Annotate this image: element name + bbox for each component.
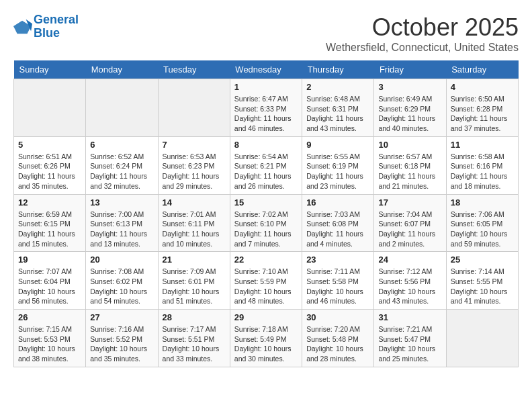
calendar-cell: 14Sunrise: 7:01 AM Sunset: 6:11 PM Dayli…: [158, 194, 230, 252]
day-number: 17: [378, 197, 441, 208]
day-number: 12: [18, 197, 81, 208]
day-number: 9: [306, 140, 369, 150]
weekday-header-thursday: Thursday: [302, 60, 374, 79]
day-number: 24: [378, 255, 441, 265]
calendar-cell: 9Sunrise: 6:55 AM Sunset: 6:19 PM Daylig…: [302, 136, 374, 194]
day-info: Sunrise: 7:06 AM Sunset: 6:05 PM Dayligh…: [451, 210, 514, 249]
day-info: Sunrise: 7:10 AM Sunset: 5:59 PM Dayligh…: [234, 267, 298, 306]
day-number: 31: [378, 312, 441, 322]
day-number: 16: [306, 197, 369, 208]
weekday-header-wednesday: Wednesday: [230, 60, 302, 79]
day-info: Sunrise: 7:20 AM Sunset: 5:48 PM Dayligh…: [306, 324, 369, 364]
day-number: 6: [90, 140, 153, 150]
day-info: Sunrise: 7:16 AM Sunset: 5:52 PM Dayligh…: [90, 324, 153, 364]
day-info: Sunrise: 7:01 AM Sunset: 6:11 PM Dayligh…: [163, 210, 226, 249]
day-info: Sunrise: 7:00 AM Sunset: 6:13 PM Dayligh…: [90, 210, 153, 249]
day-number: 2: [306, 82, 369, 92]
day-info: Sunrise: 6:54 AM Sunset: 6:21 PM Dayligh…: [234, 152, 298, 191]
calendar-cell: [14, 79, 86, 137]
day-number: 22: [234, 255, 298, 265]
day-info: Sunrise: 6:59 AM Sunset: 6:15 PM Dayligh…: [18, 210, 81, 249]
day-number: 7: [163, 140, 226, 150]
day-number: 13: [90, 197, 153, 208]
calendar-cell: 7Sunrise: 6:53 AM Sunset: 6:23 PM Daylig…: [158, 136, 230, 194]
calendar-cell: 29Sunrise: 7:18 AM Sunset: 5:49 PM Dayli…: [230, 310, 302, 367]
calendar-cell: 27Sunrise: 7:16 AM Sunset: 5:52 PM Dayli…: [86, 310, 158, 367]
day-info: Sunrise: 6:49 AM Sunset: 6:29 PM Dayligh…: [378, 94, 441, 134]
week-row-1: 1Sunrise: 6:47 AM Sunset: 6:33 PM Daylig…: [14, 79, 519, 137]
week-row-2: 5Sunrise: 6:51 AM Sunset: 6:26 PM Daylig…: [14, 136, 519, 194]
calendar-cell: 1Sunrise: 6:47 AM Sunset: 6:33 PM Daylig…: [230, 79, 302, 137]
day-number: 8: [234, 140, 298, 150]
day-info: Sunrise: 7:02 AM Sunset: 6:10 PM Dayligh…: [234, 210, 298, 249]
calendar-cell: 4Sunrise: 6:50 AM Sunset: 6:28 PM Daylig…: [446, 79, 518, 137]
page-header: General Blue October 2025 Wethersfield, …: [13, 13, 519, 54]
calendar-cell: 24Sunrise: 7:12 AM Sunset: 5:56 PM Dayli…: [374, 252, 446, 310]
calendar-cell: 26Sunrise: 7:15 AM Sunset: 5:53 PM Dayli…: [14, 310, 86, 367]
day-info: Sunrise: 7:21 AM Sunset: 5:47 PM Dayligh…: [378, 324, 441, 364]
day-number: 25: [451, 255, 514, 265]
calendar-cell: [86, 79, 158, 137]
logo-line2: Blue: [34, 26, 60, 40]
day-info: Sunrise: 6:51 AM Sunset: 6:26 PM Dayligh…: [18, 152, 81, 191]
calendar-cell: 3Sunrise: 6:49 AM Sunset: 6:29 PM Daylig…: [374, 79, 446, 137]
calendar-cell: 21Sunrise: 7:09 AM Sunset: 6:01 PM Dayli…: [158, 252, 230, 310]
calendar-cell: 13Sunrise: 7:00 AM Sunset: 6:13 PM Dayli…: [86, 194, 158, 252]
day-info: Sunrise: 6:47 AM Sunset: 6:33 PM Dayligh…: [234, 94, 298, 134]
calendar-cell: 16Sunrise: 7:03 AM Sunset: 6:08 PM Dayli…: [302, 194, 374, 252]
calendar-cell: 28Sunrise: 7:17 AM Sunset: 5:51 PM Dayli…: [158, 310, 230, 367]
calendar-cell: 22Sunrise: 7:10 AM Sunset: 5:59 PM Dayli…: [230, 252, 302, 310]
weekday-header-friday: Friday: [374, 60, 446, 79]
calendar-cell: 11Sunrise: 6:58 AM Sunset: 6:16 PM Dayli…: [446, 136, 518, 194]
weekday-header-sunday: Sunday: [14, 60, 86, 79]
day-info: Sunrise: 7:14 AM Sunset: 5:55 PM Dayligh…: [451, 267, 514, 306]
day-info: Sunrise: 7:11 AM Sunset: 5:58 PM Dayligh…: [306, 267, 369, 306]
calendar-cell: 19Sunrise: 7:07 AM Sunset: 6:04 PM Dayli…: [14, 252, 86, 310]
title-block: October 2025 Wethersfield, Connecticut, …: [326, 13, 519, 54]
calendar-cell: 8Sunrise: 6:54 AM Sunset: 6:21 PM Daylig…: [230, 136, 302, 194]
day-info: Sunrise: 7:12 AM Sunset: 5:56 PM Dayligh…: [378, 267, 441, 306]
day-number: 21: [163, 255, 226, 265]
day-number: 14: [163, 197, 226, 208]
day-info: Sunrise: 7:04 AM Sunset: 6:07 PM Dayligh…: [378, 210, 441, 249]
calendar-cell: [446, 310, 518, 367]
day-info: Sunrise: 7:17 AM Sunset: 5:51 PM Dayligh…: [163, 324, 226, 364]
calendar-cell: 2Sunrise: 6:48 AM Sunset: 6:31 PM Daylig…: [302, 79, 374, 137]
day-number: 27: [90, 312, 153, 322]
calendar-cell: 6Sunrise: 6:52 AM Sunset: 6:24 PM Daylig…: [86, 136, 158, 194]
calendar-table: SundayMondayTuesdayWednesdayThursdayFrid…: [13, 60, 519, 367]
location-title: Wethersfield, Connecticut, United States: [326, 42, 519, 54]
day-number: 23: [306, 255, 369, 265]
month-title: October 2025: [326, 13, 519, 42]
day-info: Sunrise: 6:50 AM Sunset: 6:28 PM Dayligh…: [451, 94, 514, 134]
day-info: Sunrise: 7:03 AM Sunset: 6:08 PM Dayligh…: [306, 210, 369, 249]
calendar-cell: [158, 79, 230, 137]
day-info: Sunrise: 6:53 AM Sunset: 6:23 PM Dayligh…: [163, 152, 226, 191]
day-number: 29: [234, 312, 298, 322]
weekday-header-monday: Monday: [86, 60, 158, 79]
day-number: 30: [306, 312, 369, 322]
calendar-cell: 15Sunrise: 7:02 AM Sunset: 6:10 PM Dayli…: [230, 194, 302, 252]
day-info: Sunrise: 7:18 AM Sunset: 5:49 PM Dayligh…: [234, 324, 298, 364]
day-info: Sunrise: 6:55 AM Sunset: 6:19 PM Dayligh…: [306, 152, 369, 191]
day-number: 3: [378, 82, 441, 92]
day-number: 20: [90, 255, 153, 265]
day-info: Sunrise: 7:09 AM Sunset: 6:01 PM Dayligh…: [163, 267, 226, 306]
week-row-3: 12Sunrise: 6:59 AM Sunset: 6:15 PM Dayli…: [14, 194, 519, 252]
day-info: Sunrise: 6:48 AM Sunset: 6:31 PM Dayligh…: [306, 94, 369, 134]
day-number: 19: [18, 255, 81, 265]
calendar-cell: 5Sunrise: 6:51 AM Sunset: 6:26 PM Daylig…: [14, 136, 86, 194]
week-row-4: 19Sunrise: 7:07 AM Sunset: 6:04 PM Dayli…: [14, 252, 519, 310]
day-number: 1: [234, 82, 298, 92]
weekday-header-tuesday: Tuesday: [158, 60, 230, 79]
day-info: Sunrise: 7:07 AM Sunset: 6:04 PM Dayligh…: [18, 267, 81, 306]
calendar-cell: 31Sunrise: 7:21 AM Sunset: 5:47 PM Dayli…: [374, 310, 446, 367]
day-info: Sunrise: 6:57 AM Sunset: 6:18 PM Dayligh…: [378, 152, 441, 191]
day-number: 4: [451, 82, 514, 92]
calendar-cell: 25Sunrise: 7:14 AM Sunset: 5:55 PM Dayli…: [446, 252, 518, 310]
calendar-cell: 10Sunrise: 6:57 AM Sunset: 6:18 PM Dayli…: [374, 136, 446, 194]
day-info: Sunrise: 6:58 AM Sunset: 6:16 PM Dayligh…: [451, 152, 514, 191]
calendar-cell: 18Sunrise: 7:06 AM Sunset: 6:05 PM Dayli…: [446, 194, 518, 252]
weekday-header-saturday: Saturday: [446, 60, 518, 79]
logo-line1: General: [34, 13, 79, 26]
